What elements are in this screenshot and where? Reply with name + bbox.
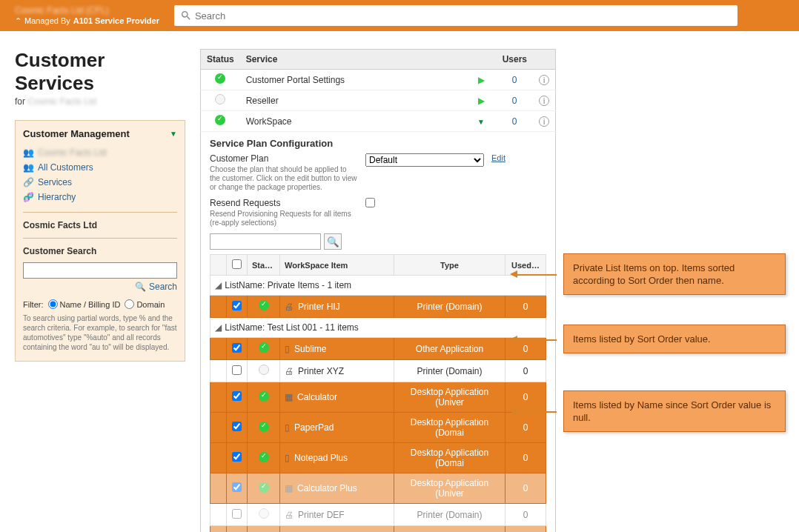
filter-radio-name[interactable] bbox=[48, 299, 58, 309]
customer-search-input[interactable] bbox=[23, 262, 177, 279]
nav-icon: 👥 bbox=[23, 162, 33, 173]
grid-search-input[interactable] bbox=[210, 233, 321, 250]
play-icon[interactable]: ▶ bbox=[478, 75, 485, 85]
grid-item-row[interactable]: ▯PaperPadDesktop Application (Domai0 bbox=[210, 413, 546, 443]
filter-radio-domain[interactable] bbox=[125, 299, 134, 309]
row-checkbox[interactable] bbox=[232, 391, 242, 401]
status-ok-icon bbox=[259, 342, 269, 353]
item-type: Desktop Application (Univer bbox=[394, 382, 505, 413]
grid-group-row[interactable]: ◢ ListName: Private Items - 1 item bbox=[210, 276, 546, 296]
row-checkbox[interactable] bbox=[232, 482, 242, 492]
nav-link[interactable]: Hierarchy bbox=[38, 192, 76, 202]
item-used: 0 bbox=[505, 526, 546, 533]
grid-item-row[interactable]: ▦Test App 1Desktop Application (Domai0 bbox=[210, 526, 546, 533]
collapse-tri-icon[interactable]: ▼ bbox=[170, 130, 177, 138]
grid-item-row[interactable]: ▯Notepad PlusDesktop Application (Domai0 bbox=[210, 443, 546, 473]
item-type: Printer (Domain) bbox=[394, 504, 505, 526]
item-used: 0 bbox=[505, 360, 546, 382]
nav-link[interactable]: Services bbox=[38, 177, 72, 187]
item-type: Desktop Application (Univer bbox=[394, 473, 505, 504]
plan-label-block: Customer Plan Choose the plan that shoul… bbox=[210, 153, 358, 192]
nav-list: 👥Cosmic Facts Ltd👥All Customers🔗Services… bbox=[23, 145, 177, 205]
service-row[interactable]: WorkSpace▼0i bbox=[201, 111, 556, 132]
item-type-icon: ▯ bbox=[285, 344, 290, 354]
status-ok-icon bbox=[259, 482, 269, 493]
service-row[interactable]: Customer Portal Settings▶0i bbox=[201, 70, 556, 90]
item-type: Printer (Domain) bbox=[394, 296, 505, 318]
info-icon[interactable]: i bbox=[539, 116, 549, 127]
col-checkall[interactable] bbox=[227, 255, 248, 276]
item-name: Calculator Plus bbox=[297, 483, 357, 493]
col-type[interactable]: Type bbox=[394, 255, 505, 276]
filter-opt-domain[interactable]: Domain bbox=[125, 299, 165, 309]
filter-label: Filter: bbox=[23, 300, 44, 309]
nav-icon: 🔗 bbox=[23, 177, 33, 187]
col-service[interactable]: Service bbox=[240, 50, 466, 70]
search-subhead: Customer Search bbox=[23, 246, 177, 256]
grid-group-row[interactable]: ◢ ListName: Test List 001 - 11 items bbox=[210, 318, 546, 338]
status-ok-icon bbox=[259, 391, 269, 402]
nav-icon: 👥 bbox=[23, 147, 33, 158]
item-used: 0 bbox=[505, 504, 546, 526]
nav-label: Cosmic Facts Ltd bbox=[38, 147, 107, 158]
users-count[interactable]: 0 bbox=[512, 75, 517, 85]
service-name: WorkSpace bbox=[240, 111, 466, 132]
col-users[interactable]: Users bbox=[496, 50, 533, 70]
row-checkbox[interactable] bbox=[232, 301, 242, 310]
col-item[interactable]: WorkSpace Item bbox=[280, 255, 394, 276]
item-used: 0 bbox=[505, 296, 546, 318]
filter-opt2-label: Domain bbox=[136, 300, 165, 309]
row-checkbox[interactable] bbox=[232, 343, 242, 353]
info-icon[interactable]: i bbox=[539, 75, 549, 85]
expand-icon[interactable]: ▼ bbox=[477, 118, 485, 126]
item-type-icon: 🖨 bbox=[285, 302, 294, 312]
col-status[interactable]: Status bbox=[201, 50, 240, 70]
users-count[interactable]: 0 bbox=[512, 116, 517, 127]
service-row[interactable]: Reseller▶0i bbox=[201, 90, 556, 111]
group-toggle-icon[interactable]: ◢ bbox=[215, 280, 222, 290]
main-column: Status Service Users Customer Portal Set… bbox=[200, 49, 556, 532]
play-icon[interactable]: ▶ bbox=[478, 96, 485, 106]
org-name: Cosmic Facts Ltd (CFL) bbox=[15, 5, 159, 16]
grid-item-row[interactable]: ▦Calculator PlusDesktop Application (Uni… bbox=[210, 473, 546, 504]
service-name: Customer Portal Settings bbox=[240, 70, 466, 90]
status-ok-icon bbox=[215, 73, 225, 84]
item-used: 0 bbox=[505, 443, 546, 473]
filter-opt-name[interactable]: Name / Billing ID bbox=[48, 299, 121, 309]
item-type: Desktop Application (Domai bbox=[394, 526, 505, 533]
nav-link[interactable]: All Customers bbox=[38, 162, 93, 173]
sidebar-item[interactable]: 👥All Customers bbox=[23, 160, 177, 175]
sidebar-item[interactable]: 🔗Services bbox=[23, 175, 177, 190]
grid-item-row[interactable]: ▦CalculatorDesktop Application (Univer0 bbox=[210, 382, 546, 413]
row-checkbox[interactable] bbox=[232, 452, 242, 462]
search-link[interactable]: Search bbox=[149, 282, 177, 292]
global-search-input[interactable] bbox=[192, 7, 732, 24]
service-name: Reseller bbox=[240, 90, 466, 111]
sidebar-item[interactable]: 🧬Hierarchy bbox=[23, 190, 177, 205]
grid-search-button[interactable]: 🔍 bbox=[324, 233, 342, 250]
grid-item-row[interactable]: ▯SublimeOther Application0 bbox=[210, 338, 546, 360]
group-toggle-icon[interactable]: ◢ bbox=[215, 322, 222, 333]
grid-item-row[interactable]: 🖨Printer HIJPrinter (Domain)0 bbox=[210, 296, 546, 318]
group-label: ListName: Test List 001 - 11 items bbox=[225, 322, 359, 333]
services-table: Status Service Users Customer Portal Set… bbox=[200, 49, 556, 132]
row-checkbox[interactable] bbox=[232, 509, 242, 519]
sidebar-item[interactable]: 👥Cosmic Facts Ltd bbox=[23, 145, 177, 160]
checkall[interactable] bbox=[232, 259, 242, 269]
collapse-icon: ⌃ bbox=[15, 16, 21, 26]
info-icon[interactable]: i bbox=[539, 96, 549, 106]
grid-item-row[interactable]: 🖨Printer XYZPrinter (Domain)0 bbox=[210, 360, 546, 382]
plan-label: Customer Plan bbox=[210, 153, 268, 164]
global-search[interactable] bbox=[174, 5, 737, 26]
plan-edit-link[interactable]: Edit bbox=[491, 153, 505, 162]
row-checkbox[interactable] bbox=[232, 422, 242, 431]
grid-item-row[interactable]: 🖨Printer DEFPrinter (Domain)0 bbox=[210, 504, 546, 526]
page-subtitle: for Cosmic Facts Ltd bbox=[15, 96, 185, 107]
col-sta[interactable]: Sta… bbox=[248, 255, 280, 276]
row-checkbox[interactable] bbox=[232, 365, 242, 375]
managed-by-line[interactable]: ⌃ Managed By A101 Service Provider bbox=[15, 16, 159, 26]
managed-by: A101 Service Provider bbox=[73, 16, 159, 26]
plan-select[interactable]: Default bbox=[365, 153, 484, 167]
users-count[interactable]: 0 bbox=[512, 96, 517, 106]
resend-checkbox[interactable] bbox=[365, 198, 375, 207]
